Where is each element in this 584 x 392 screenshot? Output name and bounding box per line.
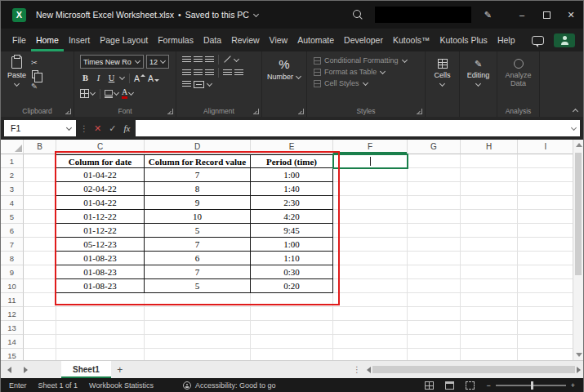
cell[interactable] [408, 154, 461, 168]
tab-help[interactable]: Help [493, 29, 520, 51]
row-header[interactable]: 15 [1, 349, 24, 360]
cell[interactable] [24, 252, 56, 265]
cell[interactable] [518, 196, 574, 210]
cell[interactable] [518, 252, 574, 265]
bold-button[interactable]: B [80, 72, 91, 84]
cell[interactable] [145, 321, 251, 335]
expand-formula-bar-icon[interactable] [571, 126, 577, 131]
tab-developer[interactable]: Developer [339, 29, 388, 51]
cell[interactable] [518, 265, 574, 279]
cell[interactable] [461, 196, 518, 210]
cell[interactable] [251, 335, 333, 349]
horizontal-scroll-thumb[interactable] [372, 366, 575, 373]
cell[interactable] [408, 349, 461, 360]
cell[interactable] [333, 293, 408, 307]
format-as-table-button[interactable]: Format as Table [314, 68, 425, 76]
cell[interactable] [24, 154, 56, 168]
cell[interactable] [408, 196, 461, 210]
orientation-button[interactable] [223, 56, 231, 64]
maximize-button[interactable] [534, 1, 559, 29]
cell[interactable] [333, 224, 408, 238]
cell[interactable] [408, 265, 461, 279]
cell[interactable] [518, 279, 574, 293]
cell[interactable] [461, 349, 518, 360]
cell[interactable] [56, 321, 145, 335]
font-color-button[interactable]: A [122, 87, 134, 100]
cell[interactable] [333, 265, 408, 279]
scroll-right-icon[interactable] [577, 367, 581, 373]
cell[interactable] [251, 349, 333, 360]
cell[interactable] [24, 293, 56, 307]
cell[interactable] [518, 224, 574, 238]
increase-indent-button[interactable] [234, 69, 243, 77]
number-format-button[interactable]: Number [267, 73, 301, 81]
cell[interactable] [518, 293, 574, 307]
formula-input[interactable] [136, 120, 580, 136]
cell[interactable] [461, 210, 518, 224]
tab-kutools-plus[interactable]: Kutools Plus [435, 29, 493, 51]
cell[interactable] [333, 279, 408, 293]
tab-view[interactable]: View [265, 29, 293, 51]
cell[interactable] [24, 238, 56, 252]
align-left-button[interactable] [182, 69, 191, 77]
cell[interactable] [408, 168, 461, 182]
cell[interactable] [461, 238, 518, 252]
collapse-ribbon-button[interactable] [573, 107, 578, 113]
cell[interactable] [408, 293, 461, 307]
row-header[interactable]: 7 [1, 238, 24, 252]
decrease-indent-button[interactable] [223, 69, 232, 77]
cell-styles-button[interactable]: Cell Styles [314, 79, 425, 87]
chevron-down-icon[interactable] [253, 12, 259, 18]
cell[interactable] [408, 224, 461, 238]
cut-button[interactable]: ✂ [31, 58, 38, 67]
comments-icon[interactable] [532, 36, 544, 45]
scroll-up-icon[interactable] [576, 143, 582, 147]
cell[interactable] [56, 335, 145, 349]
cell[interactable] [518, 307, 574, 321]
cell[interactable] [24, 307, 56, 321]
cell[interactable] [408, 210, 461, 224]
drag-handle-icon[interactable]: ⋮ [80, 124, 88, 133]
cell[interactable] [145, 349, 251, 360]
cell[interactable] [24, 335, 56, 349]
cell[interactable] [461, 154, 518, 168]
cell[interactable] [461, 224, 518, 238]
cell[interactable] [461, 265, 518, 279]
cell[interactable] [518, 168, 574, 182]
cell[interactable] [461, 168, 518, 182]
cell[interactable] [24, 224, 56, 238]
cell[interactable] [24, 182, 56, 196]
cell[interactable] [518, 154, 574, 168]
save-status[interactable]: Saved to this PC [185, 10, 249, 20]
row-header[interactable]: 2 [1, 168, 24, 182]
cell[interactable] [518, 335, 574, 349]
add-sheet-button[interactable]: + [111, 361, 129, 378]
number-dialog-launcher[interactable] [298, 109, 304, 114]
cell[interactable] [408, 252, 461, 265]
styles-dialog-launcher[interactable] [417, 109, 422, 114]
editing-button[interactable]: ✎ Editing [460, 51, 497, 87]
align-right-button[interactable] [205, 69, 214, 77]
row-header[interactable]: 4 [1, 196, 24, 210]
enter-button[interactable]: ✓ [107, 123, 118, 134]
search-icon[interactable] [353, 10, 363, 20]
cell[interactable] [145, 335, 251, 349]
cell[interactable] [461, 182, 518, 196]
cells-button[interactable]: Cells [426, 51, 459, 87]
font-name-select[interactable]: Times New Ro [80, 55, 144, 69]
page-layout-view-button[interactable] [445, 381, 454, 390]
normal-view-button[interactable] [425, 381, 434, 390]
align-center-button[interactable] [194, 69, 203, 77]
cell[interactable] [333, 307, 408, 321]
excel-app-icon[interactable]: X [12, 8, 26, 22]
cell[interactable] [24, 279, 56, 293]
cell[interactable] [251, 307, 333, 321]
row-header[interactable]: 3 [1, 182, 24, 196]
cell[interactable] [461, 252, 518, 265]
accessibility-status[interactable]: Accessibility: Good to go [183, 381, 276, 390]
vertical-scrollbar[interactable] [573, 140, 583, 360]
fill-color-button[interactable] [105, 87, 119, 100]
analyze-data-button[interactable]: Analyze Data [497, 51, 539, 88]
tab-insert[interactable]: Insert [64, 29, 95, 51]
cell[interactable] [251, 321, 333, 335]
